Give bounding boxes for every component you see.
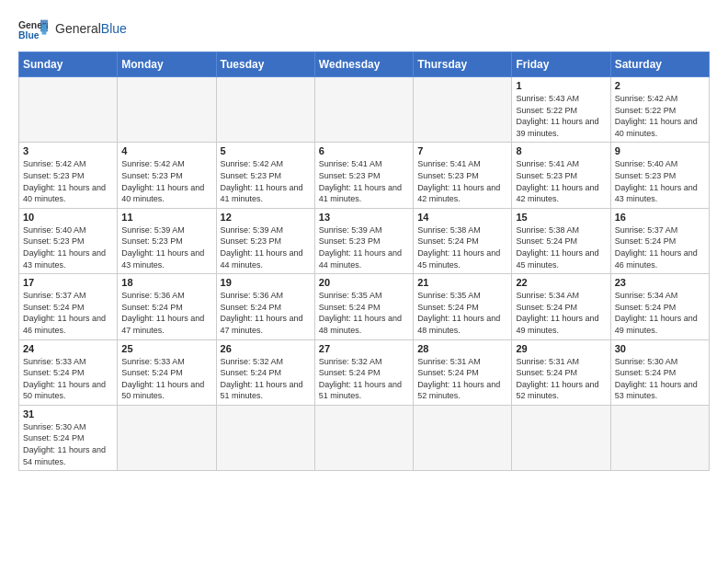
day-info: Sunrise: 5:42 AM Sunset: 5:23 PM Dayligh… [23, 158, 113, 204]
calendar-cell [414, 77, 512, 143]
day-of-week-header: Monday [118, 52, 216, 77]
day-number: 7 [417, 145, 507, 156]
day-info: Sunrise: 5:40 AM Sunset: 5:23 PM Dayligh… [23, 224, 113, 270]
calendar-cell: 26Sunrise: 5:32 AM Sunset: 5:24 PM Dayli… [216, 339, 314, 405]
calendar-cell: 20Sunrise: 5:35 AM Sunset: 5:24 PM Dayli… [314, 274, 413, 339]
day-number: 18 [121, 277, 211, 288]
page-header: General Blue GeneralBlue [18, 18, 710, 40]
calendar-cell [118, 405, 216, 470]
calendar-week-row: 3Sunrise: 5:42 AM Sunset: 5:23 PM Daylig… [19, 143, 710, 208]
calendar-cell [118, 77, 216, 143]
calendar-cell: 30Sunrise: 5:30 AM Sunset: 5:24 PM Dayli… [610, 339, 709, 405]
day-number: 29 [516, 343, 606, 354]
logo: General Blue GeneralBlue [18, 18, 127, 40]
calendar-cell: 24Sunrise: 5:33 AM Sunset: 5:24 PM Dayli… [19, 339, 118, 405]
calendar-cell: 8Sunrise: 5:41 AM Sunset: 5:23 PM Daylig… [512, 143, 610, 208]
day-info: Sunrise: 5:37 AM Sunset: 5:24 PM Dayligh… [615, 224, 705, 270]
day-info: Sunrise: 5:41 AM Sunset: 5:23 PM Dayligh… [516, 158, 606, 204]
day-number: 2 [615, 80, 705, 91]
calendar-week-row: 10Sunrise: 5:40 AM Sunset: 5:23 PM Dayli… [19, 208, 710, 273]
calendar-cell [414, 405, 512, 470]
day-of-week-header: Tuesday [216, 52, 314, 77]
calendar-cell: 2Sunrise: 5:42 AM Sunset: 5:22 PM Daylig… [610, 77, 709, 143]
day-number: 20 [319, 277, 409, 288]
calendar-cell: 18Sunrise: 5:36 AM Sunset: 5:24 PM Dayli… [118, 274, 216, 339]
day-of-week-header: Saturday [610, 52, 709, 77]
day-number: 26 [221, 343, 311, 354]
day-number: 25 [121, 343, 211, 354]
calendar-cell: 9Sunrise: 5:40 AM Sunset: 5:23 PM Daylig… [610, 143, 709, 208]
day-info: Sunrise: 5:30 AM Sunset: 5:24 PM Dayligh… [615, 356, 705, 402]
day-info: Sunrise: 5:34 AM Sunset: 5:24 PM Dayligh… [615, 290, 705, 336]
day-number: 17 [23, 277, 113, 288]
svg-text:Blue: Blue [18, 30, 40, 40]
day-info: Sunrise: 5:33 AM Sunset: 5:24 PM Dayligh… [23, 356, 113, 402]
calendar-cell: 14Sunrise: 5:38 AM Sunset: 5:24 PM Dayli… [414, 208, 512, 273]
day-info: Sunrise: 5:36 AM Sunset: 5:24 PM Dayligh… [221, 290, 311, 336]
day-info: Sunrise: 5:35 AM Sunset: 5:24 PM Dayligh… [319, 290, 409, 336]
day-info: Sunrise: 5:41 AM Sunset: 5:23 PM Dayligh… [417, 158, 507, 204]
day-number: 10 [23, 212, 113, 223]
day-info: Sunrise: 5:39 AM Sunset: 5:23 PM Dayligh… [319, 224, 409, 270]
calendar-cell: 28Sunrise: 5:31 AM Sunset: 5:24 PM Dayli… [414, 339, 512, 405]
calendar-cell: 19Sunrise: 5:36 AM Sunset: 5:24 PM Dayli… [216, 274, 314, 339]
day-info: Sunrise: 5:32 AM Sunset: 5:24 PM Dayligh… [319, 356, 409, 402]
calendar-cell: 3Sunrise: 5:42 AM Sunset: 5:23 PM Daylig… [19, 143, 118, 208]
calendar-week-row: 17Sunrise: 5:37 AM Sunset: 5:24 PM Dayli… [19, 274, 710, 339]
day-info: Sunrise: 5:39 AM Sunset: 5:23 PM Dayligh… [221, 224, 311, 270]
day-info: Sunrise: 5:42 AM Sunset: 5:23 PM Dayligh… [121, 158, 211, 204]
calendar-cell: 23Sunrise: 5:34 AM Sunset: 5:24 PM Dayli… [610, 274, 709, 339]
day-number: 5 [221, 145, 311, 156]
calendar-cell: 5Sunrise: 5:42 AM Sunset: 5:23 PM Daylig… [216, 143, 314, 208]
calendar-cell [216, 77, 314, 143]
calendar-header-row: SundayMondayTuesdayWednesdayThursdayFrid… [19, 52, 710, 77]
logo-icon: General Blue [18, 18, 48, 40]
day-number: 23 [615, 277, 705, 288]
calendar-cell: 17Sunrise: 5:37 AM Sunset: 5:24 PM Dayli… [19, 274, 118, 339]
calendar-cell: 15Sunrise: 5:38 AM Sunset: 5:24 PM Dayli… [512, 208, 610, 273]
day-info: Sunrise: 5:41 AM Sunset: 5:23 PM Dayligh… [319, 158, 409, 204]
day-number: 22 [516, 277, 606, 288]
day-info: Sunrise: 5:40 AM Sunset: 5:23 PM Dayligh… [615, 158, 705, 204]
calendar-cell: 7Sunrise: 5:41 AM Sunset: 5:23 PM Daylig… [414, 143, 512, 208]
day-info: Sunrise: 5:38 AM Sunset: 5:24 PM Dayligh… [417, 224, 507, 270]
day-info: Sunrise: 5:35 AM Sunset: 5:24 PM Dayligh… [417, 290, 507, 336]
day-number: 14 [417, 212, 507, 223]
day-info: Sunrise: 5:32 AM Sunset: 5:24 PM Dayligh… [221, 356, 311, 402]
calendar-cell: 12Sunrise: 5:39 AM Sunset: 5:23 PM Dayli… [216, 208, 314, 273]
calendar-cell: 21Sunrise: 5:35 AM Sunset: 5:24 PM Dayli… [414, 274, 512, 339]
day-info: Sunrise: 5:30 AM Sunset: 5:24 PM Dayligh… [23, 421, 113, 467]
day-info: Sunrise: 5:39 AM Sunset: 5:23 PM Dayligh… [121, 224, 211, 270]
calendar-cell: 11Sunrise: 5:39 AM Sunset: 5:23 PM Dayli… [118, 208, 216, 273]
calendar-cell: 6Sunrise: 5:41 AM Sunset: 5:23 PM Daylig… [314, 143, 413, 208]
svg-marker-3 [42, 24, 47, 34]
day-info: Sunrise: 5:36 AM Sunset: 5:24 PM Dayligh… [121, 290, 211, 336]
day-number: 16 [615, 212, 705, 223]
calendar-cell: 16Sunrise: 5:37 AM Sunset: 5:24 PM Dayli… [610, 208, 709, 273]
day-number: 19 [221, 277, 311, 288]
day-info: Sunrise: 5:42 AM Sunset: 5:22 PM Dayligh… [615, 93, 705, 139]
calendar-week-row: 31Sunrise: 5:30 AM Sunset: 5:24 PM Dayli… [19, 405, 710, 470]
day-number: 27 [319, 343, 409, 354]
day-number: 30 [615, 343, 705, 354]
day-of-week-header: Sunday [19, 52, 118, 77]
day-number: 12 [221, 212, 311, 223]
day-info: Sunrise: 5:38 AM Sunset: 5:24 PM Dayligh… [516, 224, 606, 270]
day-info: Sunrise: 5:33 AM Sunset: 5:24 PM Dayligh… [121, 356, 211, 402]
day-number: 3 [23, 145, 113, 156]
day-number: 4 [121, 145, 211, 156]
calendar-week-row: 1Sunrise: 5:43 AM Sunset: 5:22 PM Daylig… [19, 77, 710, 143]
calendar-cell [19, 77, 118, 143]
day-number: 31 [23, 408, 113, 419]
calendar-cell: 29Sunrise: 5:31 AM Sunset: 5:24 PM Dayli… [512, 339, 610, 405]
day-number: 13 [319, 212, 409, 223]
day-of-week-header: Thursday [414, 52, 512, 77]
calendar-cell [610, 405, 709, 470]
day-number: 9 [615, 145, 705, 156]
day-number: 28 [417, 343, 507, 354]
calendar-week-row: 24Sunrise: 5:33 AM Sunset: 5:24 PM Dayli… [19, 339, 710, 405]
day-info: Sunrise: 5:31 AM Sunset: 5:24 PM Dayligh… [516, 356, 606, 402]
day-info: Sunrise: 5:37 AM Sunset: 5:24 PM Dayligh… [23, 290, 113, 336]
day-of-week-header: Wednesday [314, 52, 413, 77]
calendar-cell: 27Sunrise: 5:32 AM Sunset: 5:24 PM Dayli… [314, 339, 413, 405]
